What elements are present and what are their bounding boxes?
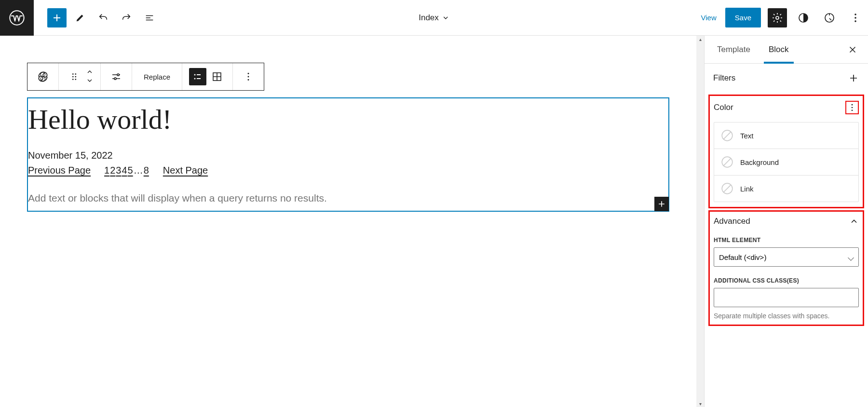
chevron-up-icon [849,217,859,226]
add-block-button[interactable] [47,8,67,27]
page-numbers[interactable]: 12345…8 [104,165,149,176]
pencil-icon [75,13,85,23]
css-classes-label: ADDITIONAL CSS CLASS(ES) [714,277,859,284]
move-up-button[interactable] [86,68,94,77]
advanced-panel-highlight: Advanced HTML ELEMENT Default (<div>) AD… [708,210,864,326]
list-layout-button[interactable] [189,68,206,85]
inline-add-block-button[interactable] [654,197,669,211]
svg-point-21 [852,104,853,106]
post-date[interactable]: November 15, 2022 [28,150,668,165]
add-filter-button[interactable] [848,72,859,84]
svg-point-23 [852,110,853,111]
drag-icon [69,71,80,82]
css-classes-help: Separate multiple classes with spaces. [714,312,859,320]
block-toolbar: Replace [27,63,264,91]
svg-point-10 [75,76,76,78]
svg-point-1 [776,16,779,19]
scroll-down-icon: ▾ [697,400,703,407]
settings-button[interactable] [768,8,787,27]
chevron-down-icon [86,77,94,84]
css-classes-input[interactable] [714,288,859,307]
filters-panel: Filters [705,64,868,93]
plus-icon [657,199,666,209]
color-background-label: Background [740,158,779,166]
sidebar-tabs: Template Block [705,36,868,64]
more-vertical-icon [243,71,254,82]
sidebar-scrollbar[interactable]: ▴ ▾ [696,36,704,407]
query-loop-icon [37,70,49,83]
post-title[interactable]: Hello world! [28,103,668,150]
empty-swatch-icon [721,129,733,142]
svg-point-7 [72,73,74,75]
more-vertical-icon [847,103,857,112]
color-title: Color [714,103,733,112]
grid-icon [211,71,223,82]
filters-title: Filters [713,73,735,83]
contrast-icon [798,12,809,24]
chevron-up-icon [86,68,94,76]
chevron-down-icon [442,14,449,22]
edit-button[interactable] [70,8,90,27]
svg-point-13 [117,74,119,76]
list-icon [192,71,203,82]
undo-icon [98,13,108,23]
svg-point-20 [248,79,249,81]
close-sidebar-button[interactable] [845,42,860,57]
advanced-toggle[interactable]: Advanced [714,217,859,226]
prev-page-link[interactable]: Previous Page [28,165,91,176]
styles-button[interactable] [794,8,813,27]
document-title-text: Index [419,13,439,23]
svg-point-15 [194,74,196,76]
drag-handle[interactable] [66,68,83,85]
svg-point-12 [75,79,76,80]
svg-point-4 [854,14,856,15]
view-link[interactable]: View [699,9,719,27]
svg-point-14 [114,78,116,80]
plus-icon [848,72,859,84]
svg-point-18 [248,73,249,74]
query-loop-block[interactable]: Hello world! November 15, 2022 Previous … [27,97,669,212]
color-link-button[interactable]: Link [714,176,858,202]
more-vertical-icon [850,12,861,24]
svg-point-6 [854,20,856,22]
document-title[interactable]: Index [419,13,449,23]
navigation-button[interactable] [820,8,839,27]
color-options-button[interactable] [845,101,859,114]
empty-swatch-icon [721,156,733,168]
block-type-button[interactable] [34,68,52,85]
top-toolbar: Index View Save [0,0,868,36]
color-text-button[interactable]: Text [714,122,858,149]
wordpress-logo-button[interactable] [0,0,34,36]
tab-template[interactable]: Template [712,36,755,63]
editor-canvas[interactable]: Replace Hello world! November 15, 2022 [0,36,696,407]
color-background-button[interactable]: Background [714,149,858,176]
grid-layout-button[interactable] [208,68,226,85]
svg-point-11 [72,79,74,80]
move-down-button[interactable] [86,77,94,85]
color-link-label: Link [740,185,754,193]
settings-sliders-icon [110,71,122,82]
redo-button[interactable] [117,8,136,27]
advanced-title: Advanced [714,217,750,226]
gear-icon [772,12,783,24]
svg-point-8 [75,73,76,75]
empty-swatch-icon [721,182,733,195]
svg-point-16 [194,78,196,80]
redo-icon [121,13,132,23]
wordpress-icon [9,10,25,26]
replace-button[interactable]: Replace [139,73,175,81]
options-button[interactable] [846,8,865,27]
tab-block[interactable]: Block [764,36,794,63]
list-view-icon [144,13,155,23]
display-settings-button[interactable] [108,68,125,85]
html-element-select[interactable]: Default (<div>) [714,247,859,267]
block-options-button[interactable] [240,68,257,85]
list-view-button[interactable] [140,8,159,27]
svg-point-22 [852,107,853,109]
undo-button[interactable] [94,8,113,27]
pagination: Previous Page 12345…8 Next Page [28,165,668,176]
svg-point-19 [248,76,249,78]
no-results-placeholder[interactable]: Add text or blocks that will display whe… [28,176,668,211]
save-button[interactable]: Save [725,8,761,27]
next-page-link[interactable]: Next Page [163,165,208,176]
